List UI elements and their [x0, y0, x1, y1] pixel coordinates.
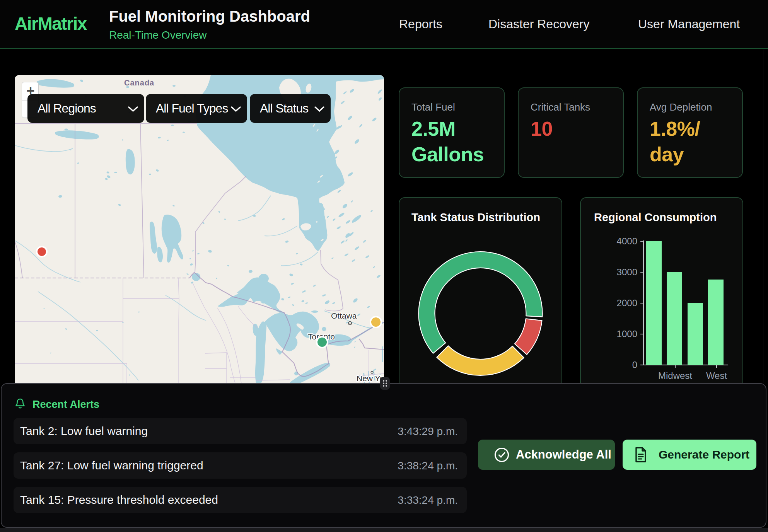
svg-text:Ottawa: Ottawa	[331, 311, 357, 320]
svg-text:1000: 1000	[617, 329, 637, 339]
svg-text:West: West	[706, 370, 727, 381]
svg-text:4000: 4000	[617, 236, 637, 246]
svg-text:Canada: Canada	[124, 78, 154, 87]
svg-text:2000: 2000	[617, 298, 637, 308]
svg-text:Midwest: Midwest	[658, 370, 692, 381]
svg-text:3000: 3000	[617, 267, 637, 277]
svg-text:0: 0	[632, 360, 637, 370]
